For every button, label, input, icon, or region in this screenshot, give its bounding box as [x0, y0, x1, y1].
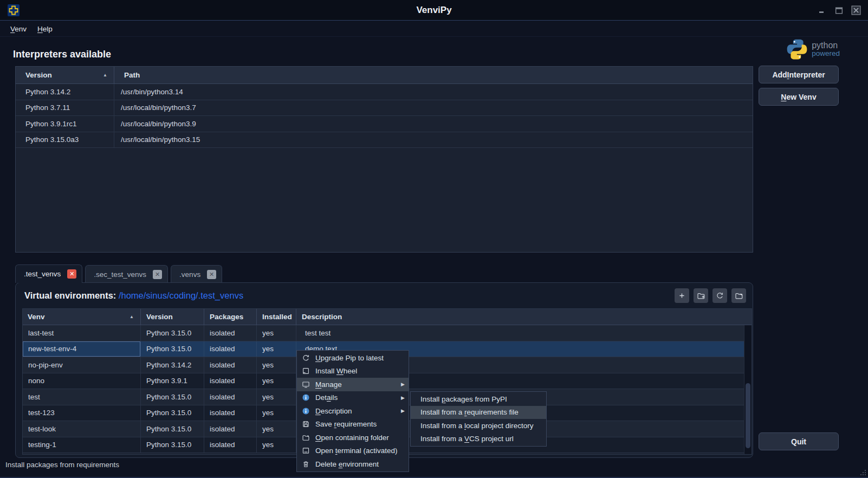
tab-close-icon[interactable]: ✕ — [207, 270, 216, 279]
menu-item-label: Delete environment — [315, 460, 379, 468]
refresh-icon — [716, 292, 724, 300]
refresh-icon — [301, 353, 310, 362]
venv-panel-heading: Virtual environments: /home/sinus/coding… — [24, 290, 243, 301]
venv-venv-cell: test-look — [23, 421, 141, 437]
menubar: VenvHelp — [0, 21, 868, 37]
interpreters-table-body: Python 3.14.2/usr/bin/python3.14Python 3… — [16, 84, 753, 148]
minimize-button[interactable] — [816, 5, 827, 16]
logo-text-powered: powered — [812, 49, 840, 57]
context-menu-item-manage[interactable]: Manage▶ — [297, 378, 409, 391]
monitor-icon — [301, 380, 310, 389]
venv-venv-cell: new-test-env-4 — [23, 341, 141, 357]
interpreter-version-cell: Python 3.15.0a3 — [16, 132, 114, 148]
venv-packages-cell: isolated — [204, 373, 257, 389]
open-folder-button[interactable] — [731, 288, 746, 303]
interpreter-row[interactable]: Python 3.9.1rc1/usr/local/bin/python3.9 — [16, 116, 753, 132]
new-venv-button[interactable]: New Venv — [759, 88, 839, 106]
submenu-item-install-packages-from-pypi[interactable]: Install packages from PyPI — [411, 392, 546, 406]
tab-close-icon[interactable]: ✕ — [67, 269, 76, 279]
tab-venvs[interactable]: .venvs✕ — [171, 265, 222, 283]
interpreter-row[interactable]: Python 3.7.11/usr/local/bin/python3.7 — [16, 100, 753, 117]
open-folder-icon — [735, 292, 743, 300]
menu-item-label: Manage — [315, 380, 342, 389]
scrollbar-thumb[interactable] — [746, 383, 750, 448]
venv-packages-cell: isolated — [204, 405, 257, 421]
venv-version-cell: Python 3.9.1 — [141, 373, 204, 389]
new-folder-button[interactable] — [694, 288, 708, 303]
venv-packages-cell: isolated — [204, 325, 257, 341]
menu-item-label: Description — [315, 407, 352, 415]
venv-installed-cell: yes — [257, 373, 296, 389]
submenu-item-install-from-a-requirements-file[interactable]: Install from a requirements file — [411, 406, 546, 419]
menu-item-label: Install from a requirements file — [420, 408, 519, 416]
context-menu-item-delete-environment[interactable]: Delete environment — [297, 457, 409, 471]
venv-venv-cell: test-123 — [23, 405, 141, 421]
context-menu-item-details[interactable]: Details▶ — [297, 391, 409, 405]
tab-test_venvs[interactable]: .test_venvs✕ — [15, 264, 82, 283]
interpreter-version-cell: Python 3.14.2 — [16, 84, 114, 100]
venv-toolbar — [675, 288, 746, 303]
venv-installed-cell: yes — [257, 325, 296, 341]
context-menu-item-description[interactable]: Description▶ — [297, 404, 409, 418]
interpreter-version-cell: Python 3.7.11 — [16, 100, 114, 116]
menubar-item-help[interactable]: Help — [33, 23, 57, 35]
venv-venv-cell: testing-1 — [23, 437, 141, 453]
submenu-item-install-from-a-local-project-directory[interactable]: Install from a local project directory — [411, 419, 546, 432]
refresh-button[interactable] — [712, 288, 727, 303]
plus-button[interactable] — [675, 288, 689, 303]
venv-context-menu: Upgrade Pip to latestInstall WheelManage… — [296, 350, 409, 472]
venv-installed-cell: yes — [257, 437, 296, 453]
venv-installed-cell: yes — [257, 405, 296, 421]
tab-close-icon[interactable]: ✕ — [153, 270, 162, 279]
python-logo-icon — [786, 38, 808, 61]
sort-asc-icon: ▲ — [103, 73, 107, 77]
venv-venv-cell: test — [23, 389, 141, 405]
app-icon — [8, 4, 20, 16]
venv-version-cell: Python 3.15.0 — [141, 437, 204, 453]
venv-installed-cell: yes — [257, 389, 296, 405]
sort-asc-icon: ▲ — [129, 314, 134, 319]
venv-packages-cell: isolated — [204, 389, 257, 405]
column-header-installed[interactable]: Installed — [257, 309, 296, 325]
column-header-version[interactable]: Version — [141, 309, 204, 325]
column-header-version[interactable]: Version ▲ — [16, 67, 114, 83]
new-folder-icon — [697, 292, 705, 300]
interpreter-path-cell: /usr/local/bin/python3.15 — [114, 132, 753, 148]
add-interpreter-button[interactable]: Add Interpreter — [759, 66, 839, 83]
resize-grip-icon[interactable] — [858, 468, 866, 476]
interpreter-row[interactable]: Python 3.15.0a3/usr/local/bin/python3.15 — [16, 132, 753, 148]
tab-label: .test_venvs — [24, 270, 61, 278]
maximize-button[interactable] — [833, 5, 844, 16]
column-header-packages[interactable]: Packages — [204, 309, 257, 325]
wheel-icon — [301, 367, 310, 376]
close-button[interactable] — [851, 5, 861, 16]
context-menu-item-save-requirements[interactable]: Save requirements — [297, 418, 409, 431]
menu-item-label: Open containing folder — [315, 434, 389, 442]
venv-packages-cell: isolated — [204, 437, 257, 453]
venv-version-cell: Python 3.14.2 — [141, 357, 204, 373]
quit-button[interactable]: Quit — [759, 432, 839, 450]
tab-sec_test_venvs[interactable]: .sec_test_venvs✕ — [85, 265, 168, 283]
venv-installed-cell: yes — [257, 341, 296, 357]
interpreter-row[interactable]: Python 3.14.2/usr/bin/python3.14 — [16, 84, 753, 100]
context-menu-item-open-containing-folder[interactable]: Open containing folder — [297, 431, 409, 444]
menu-item-label: Upgrade Pip to latest — [315, 354, 384, 362]
page-title: Interpreters available — [13, 49, 111, 60]
venv-installed-cell: yes — [257, 421, 296, 437]
menu-item-label: Install packages from PyPI — [420, 395, 507, 403]
menubar-item-venv[interactable]: Venv — [5, 23, 31, 35]
interpreter-path-cell: /usr/local/bin/python3.9 — [114, 116, 753, 132]
venv-folder-path-link[interactable]: /home/sinus/coding/.test_venvs — [119, 290, 243, 300]
venv-folder-tabs: .test_venvs✕.sec_test_venvs✕.venvs✕ — [15, 264, 222, 283]
venv-row[interactable]: last-testPython 3.15.0isolatedyestest te… — [23, 325, 745, 341]
column-header-description[interactable]: Description — [296, 309, 752, 325]
context-menu-item-install-wheel[interactable]: Install Wheel — [297, 365, 409, 378]
column-header-path[interactable]: Path — [114, 67, 753, 83]
submenu-arrow-icon: ▶ — [401, 408, 405, 414]
submenu-item-install-from-a-vcs-project-url[interactable]: Install from a VCS project url — [411, 432, 546, 446]
interpreter-path-cell: /usr/local/bin/python3.7 — [114, 100, 753, 116]
context-menu-item-open-terminal-activated[interactable]: Open terminal (activated) — [297, 444, 409, 458]
context-menu-item-upgrade-pip-to-latest[interactable]: Upgrade Pip to latest — [297, 351, 409, 365]
column-header-venv[interactable]: Venv ▲ — [23, 309, 141, 325]
vertical-scrollbar[interactable] — [744, 325, 752, 454]
